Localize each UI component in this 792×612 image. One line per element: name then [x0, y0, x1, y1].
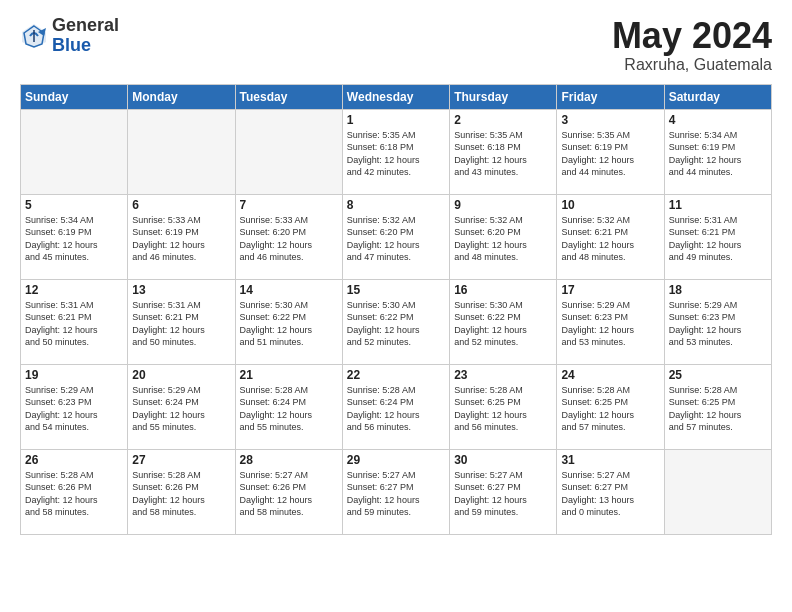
day-cell: 29Sunrise: 5:27 AM Sunset: 6:27 PM Dayli… — [342, 449, 449, 534]
day-number: 29 — [347, 453, 445, 467]
day-number: 15 — [347, 283, 445, 297]
day-info: Sunrise: 5:32 AM Sunset: 6:20 PM Dayligh… — [347, 214, 445, 264]
day-cell: 28Sunrise: 5:27 AM Sunset: 6:26 PM Dayli… — [235, 449, 342, 534]
col-thursday: Thursday — [450, 84, 557, 109]
day-number: 23 — [454, 368, 552, 382]
day-cell — [21, 109, 128, 194]
logo: General Blue — [20, 16, 119, 56]
day-info: Sunrise: 5:27 AM Sunset: 6:26 PM Dayligh… — [240, 469, 338, 519]
logo-icon — [20, 22, 48, 50]
day-cell: 20Sunrise: 5:29 AM Sunset: 6:24 PM Dayli… — [128, 364, 235, 449]
day-cell: 23Sunrise: 5:28 AM Sunset: 6:25 PM Dayli… — [450, 364, 557, 449]
day-info: Sunrise: 5:34 AM Sunset: 6:19 PM Dayligh… — [669, 129, 767, 179]
day-number: 11 — [669, 198, 767, 212]
day-cell: 12Sunrise: 5:31 AM Sunset: 6:21 PM Dayli… — [21, 279, 128, 364]
day-cell: 13Sunrise: 5:31 AM Sunset: 6:21 PM Dayli… — [128, 279, 235, 364]
day-number: 12 — [25, 283, 123, 297]
day-cell: 3Sunrise: 5:35 AM Sunset: 6:19 PM Daylig… — [557, 109, 664, 194]
day-cell — [235, 109, 342, 194]
day-cell: 27Sunrise: 5:28 AM Sunset: 6:26 PM Dayli… — [128, 449, 235, 534]
day-cell: 1Sunrise: 5:35 AM Sunset: 6:18 PM Daylig… — [342, 109, 449, 194]
page: General Blue May 2024 Raxruha, Guatemala… — [0, 0, 792, 551]
day-number: 27 — [132, 453, 230, 467]
day-cell: 30Sunrise: 5:27 AM Sunset: 6:27 PM Dayli… — [450, 449, 557, 534]
week-row-2: 12Sunrise: 5:31 AM Sunset: 6:21 PM Dayli… — [21, 279, 772, 364]
day-cell — [128, 109, 235, 194]
day-info: Sunrise: 5:32 AM Sunset: 6:20 PM Dayligh… — [454, 214, 552, 264]
day-info: Sunrise: 5:30 AM Sunset: 6:22 PM Dayligh… — [240, 299, 338, 349]
day-cell: 21Sunrise: 5:28 AM Sunset: 6:24 PM Dayli… — [235, 364, 342, 449]
col-wednesday: Wednesday — [342, 84, 449, 109]
day-info: Sunrise: 5:27 AM Sunset: 6:27 PM Dayligh… — [454, 469, 552, 519]
day-info: Sunrise: 5:35 AM Sunset: 6:18 PM Dayligh… — [454, 129, 552, 179]
header-row: Sunday Monday Tuesday Wednesday Thursday… — [21, 84, 772, 109]
calendar-table: Sunday Monday Tuesday Wednesday Thursday… — [20, 84, 772, 535]
col-sunday: Sunday — [21, 84, 128, 109]
day-cell: 11Sunrise: 5:31 AM Sunset: 6:21 PM Dayli… — [664, 194, 771, 279]
day-info: Sunrise: 5:27 AM Sunset: 6:27 PM Dayligh… — [561, 469, 659, 519]
day-number: 21 — [240, 368, 338, 382]
day-number: 13 — [132, 283, 230, 297]
day-cell: 17Sunrise: 5:29 AM Sunset: 6:23 PM Dayli… — [557, 279, 664, 364]
day-number: 6 — [132, 198, 230, 212]
day-cell: 31Sunrise: 5:27 AM Sunset: 6:27 PM Dayli… — [557, 449, 664, 534]
day-info: Sunrise: 5:28 AM Sunset: 6:25 PM Dayligh… — [669, 384, 767, 434]
day-cell: 4Sunrise: 5:34 AM Sunset: 6:19 PM Daylig… — [664, 109, 771, 194]
day-info: Sunrise: 5:30 AM Sunset: 6:22 PM Dayligh… — [347, 299, 445, 349]
day-info: Sunrise: 5:35 AM Sunset: 6:18 PM Dayligh… — [347, 129, 445, 179]
day-info: Sunrise: 5:31 AM Sunset: 6:21 PM Dayligh… — [25, 299, 123, 349]
day-info: Sunrise: 5:29 AM Sunset: 6:23 PM Dayligh… — [561, 299, 659, 349]
day-number: 28 — [240, 453, 338, 467]
day-info: Sunrise: 5:28 AM Sunset: 6:26 PM Dayligh… — [25, 469, 123, 519]
day-number: 31 — [561, 453, 659, 467]
day-info: Sunrise: 5:30 AM Sunset: 6:22 PM Dayligh… — [454, 299, 552, 349]
day-info: Sunrise: 5:28 AM Sunset: 6:25 PM Dayligh… — [454, 384, 552, 434]
day-number: 1 — [347, 113, 445, 127]
logo-general-text: General — [52, 16, 119, 36]
day-info: Sunrise: 5:31 AM Sunset: 6:21 PM Dayligh… — [669, 214, 767, 264]
day-number: 19 — [25, 368, 123, 382]
day-cell: 18Sunrise: 5:29 AM Sunset: 6:23 PM Dayli… — [664, 279, 771, 364]
day-number: 20 — [132, 368, 230, 382]
location: Raxruha, Guatemala — [612, 56, 772, 74]
day-number: 30 — [454, 453, 552, 467]
day-number: 9 — [454, 198, 552, 212]
day-number: 7 — [240, 198, 338, 212]
day-cell: 5Sunrise: 5:34 AM Sunset: 6:19 PM Daylig… — [21, 194, 128, 279]
day-info: Sunrise: 5:29 AM Sunset: 6:24 PM Dayligh… — [132, 384, 230, 434]
day-info: Sunrise: 5:28 AM Sunset: 6:24 PM Dayligh… — [240, 384, 338, 434]
day-info: Sunrise: 5:33 AM Sunset: 6:19 PM Dayligh… — [132, 214, 230, 264]
day-number: 8 — [347, 198, 445, 212]
day-info: Sunrise: 5:29 AM Sunset: 6:23 PM Dayligh… — [25, 384, 123, 434]
day-info: Sunrise: 5:34 AM Sunset: 6:19 PM Dayligh… — [25, 214, 123, 264]
day-cell: 26Sunrise: 5:28 AM Sunset: 6:26 PM Dayli… — [21, 449, 128, 534]
day-cell: 8Sunrise: 5:32 AM Sunset: 6:20 PM Daylig… — [342, 194, 449, 279]
day-number: 25 — [669, 368, 767, 382]
day-info: Sunrise: 5:28 AM Sunset: 6:25 PM Dayligh… — [561, 384, 659, 434]
day-info: Sunrise: 5:28 AM Sunset: 6:26 PM Dayligh… — [132, 469, 230, 519]
day-cell: 14Sunrise: 5:30 AM Sunset: 6:22 PM Dayli… — [235, 279, 342, 364]
day-number: 5 — [25, 198, 123, 212]
day-info: Sunrise: 5:27 AM Sunset: 6:27 PM Dayligh… — [347, 469, 445, 519]
day-info: Sunrise: 5:35 AM Sunset: 6:19 PM Dayligh… — [561, 129, 659, 179]
day-cell: 25Sunrise: 5:28 AM Sunset: 6:25 PM Dayli… — [664, 364, 771, 449]
logo-text: General Blue — [52, 16, 119, 56]
day-number: 17 — [561, 283, 659, 297]
day-number: 24 — [561, 368, 659, 382]
header: General Blue May 2024 Raxruha, Guatemala — [20, 16, 772, 74]
day-number: 4 — [669, 113, 767, 127]
week-row-4: 26Sunrise: 5:28 AM Sunset: 6:26 PM Dayli… — [21, 449, 772, 534]
day-cell: 2Sunrise: 5:35 AM Sunset: 6:18 PM Daylig… — [450, 109, 557, 194]
col-saturday: Saturday — [664, 84, 771, 109]
week-row-3: 19Sunrise: 5:29 AM Sunset: 6:23 PM Dayli… — [21, 364, 772, 449]
day-number: 3 — [561, 113, 659, 127]
day-number: 10 — [561, 198, 659, 212]
day-info: Sunrise: 5:28 AM Sunset: 6:24 PM Dayligh… — [347, 384, 445, 434]
month-title: May 2024 — [612, 16, 772, 56]
day-cell: 22Sunrise: 5:28 AM Sunset: 6:24 PM Dayli… — [342, 364, 449, 449]
day-cell: 16Sunrise: 5:30 AM Sunset: 6:22 PM Dayli… — [450, 279, 557, 364]
col-friday: Friday — [557, 84, 664, 109]
day-info: Sunrise: 5:32 AM Sunset: 6:21 PM Dayligh… — [561, 214, 659, 264]
week-row-1: 5Sunrise: 5:34 AM Sunset: 6:19 PM Daylig… — [21, 194, 772, 279]
week-row-0: 1Sunrise: 5:35 AM Sunset: 6:18 PM Daylig… — [21, 109, 772, 194]
